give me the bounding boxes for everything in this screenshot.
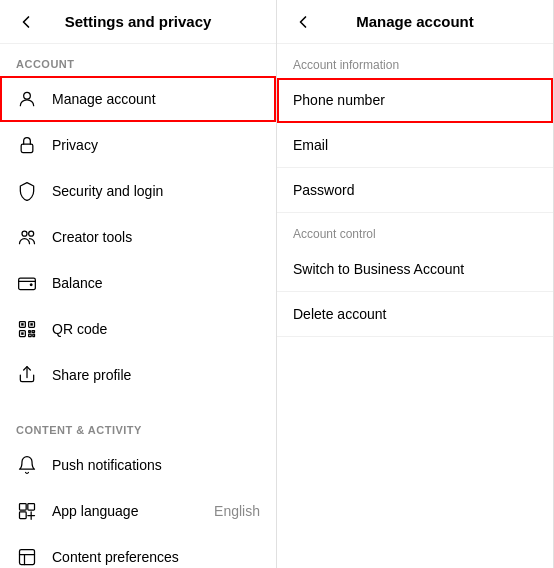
content-preferences-item[interactable]: Content preferences [0,534,276,568]
account-information-section: Account information Phone number Email P… [277,44,553,213]
svg-point-3 [29,231,34,236]
password-item[interactable]: Password [277,168,553,213]
account-control-section: Account control Switch to Business Accou… [277,213,553,337]
left-panel: Settings and privacy ACCOUNT Manage acco… [0,0,277,568]
account-section: ACCOUNT Manage account Privacy Security … [0,44,276,398]
security-login-label: Security and login [52,183,260,199]
qr-icon [16,318,38,340]
push-notifications-item[interactable]: Push notifications [0,442,276,488]
switch-business-item[interactable]: Switch to Business Account [277,247,553,292]
svg-rect-13 [28,504,35,511]
svg-point-0 [24,92,31,99]
qr-code-item[interactable]: QR code [0,306,276,352]
delete-account-label: Delete account [293,306,386,322]
svg-rect-9 [30,323,33,326]
content-activity-section-label: CONTENT & ACTIVITY [0,410,276,442]
account-section-label: ACCOUNT [0,44,276,76]
content-activity-section: CONTENT & ACTIVITY Push notifications Ap… [0,410,276,568]
translate-icon [16,500,38,522]
security-login-item[interactable]: Security and login [0,168,276,214]
app-language-value: English [214,503,260,519]
svg-rect-10 [21,332,24,335]
switch-business-label: Switch to Business Account [293,261,464,277]
shield-icon [16,180,38,202]
share-profile-item[interactable]: Share profile [0,352,276,398]
account-control-label: Account control [277,213,553,247]
qr-code-label: QR code [52,321,260,337]
lock-icon [16,134,38,156]
share-icon [16,364,38,386]
account-information-label: Account information [277,44,553,78]
delete-account-item[interactable]: Delete account [277,292,553,337]
share-profile-label: Share profile [52,367,260,383]
content-icon [16,546,38,568]
svg-rect-4 [19,278,36,290]
password-label: Password [293,182,354,198]
app-language-item[interactable]: App language English [0,488,276,534]
creator-tools-label: Creator tools [52,229,260,245]
privacy-label: Privacy [52,137,260,153]
right-panel-header: Manage account [277,0,553,44]
person-icon [16,88,38,110]
balance-item[interactable]: Balance [0,260,276,306]
left-panel-header: Settings and privacy [0,0,276,44]
push-notifications-label: Push notifications [52,457,260,473]
phone-number-label: Phone number [293,92,385,108]
manage-account-item[interactable]: Manage account [0,76,276,122]
left-back-button[interactable] [12,8,40,36]
wallet-icon [16,272,38,294]
svg-point-2 [22,231,27,236]
svg-rect-1 [21,144,33,152]
phone-number-item[interactable]: Phone number [277,78,553,123]
svg-rect-15 [20,550,35,565]
email-label: Email [293,137,328,153]
left-panel-title: Settings and privacy [65,13,212,30]
people-icon [16,226,38,248]
right-panel: Manage account Account information Phone… [277,0,554,568]
privacy-item[interactable]: Privacy [0,122,276,168]
manage-account-label: Manage account [52,91,260,107]
right-panel-title: Manage account [356,13,474,30]
app-language-label: App language [52,503,214,519]
bell-icon [16,454,38,476]
svg-rect-8 [21,323,24,326]
svg-rect-12 [20,504,27,511]
balance-label: Balance [52,275,260,291]
creator-tools-item[interactable]: Creator tools [0,214,276,260]
email-item[interactable]: Email [277,123,553,168]
svg-rect-14 [20,512,27,519]
content-preferences-label: Content preferences [52,549,260,565]
right-back-button[interactable] [289,8,317,36]
